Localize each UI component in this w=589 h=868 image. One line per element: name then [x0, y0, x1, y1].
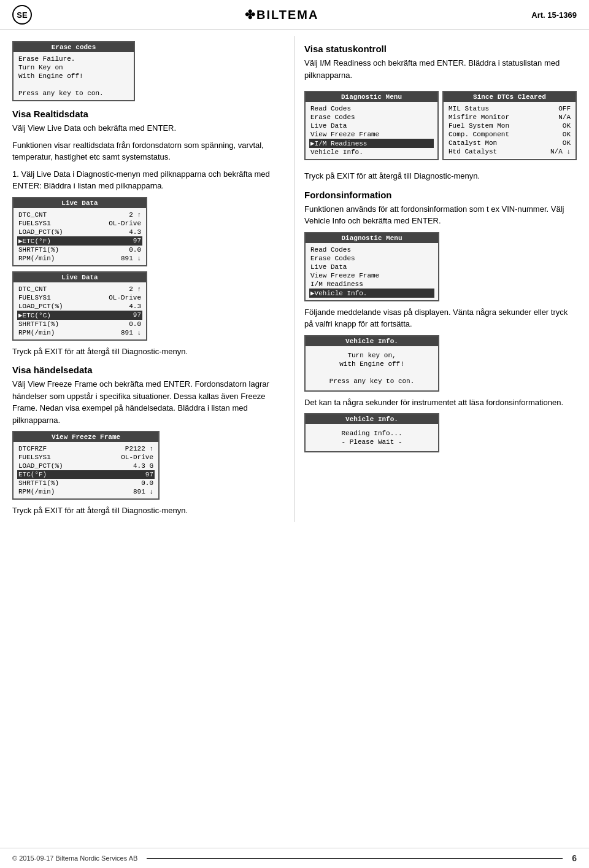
footer-divider — [147, 858, 563, 859]
erase-line-4 — [17, 80, 130, 89]
live-row-2-4: ▶ETC(°C)97 — [17, 311, 142, 320]
vi-line-3 — [309, 368, 434, 377]
fordonsinformation-text1: Funktionen används för att fordonsinform… — [304, 203, 577, 227]
ff-row-4: ETC(°F)97 — [17, 470, 155, 479]
realtidsdata-text2: Funktionen visar realtidsdata från fordo… — [12, 139, 285, 163]
realtidsdata-text1: Välj View Live Data och bekräfta med ENT… — [12, 122, 285, 134]
page-header: SE ✤BILTEMA Art. 15-1369 — [0, 0, 589, 30]
live-row-2-3: LOAD_PCT(%)4.3 — [17, 302, 142, 311]
handelsedata-heading: Visa händelsedata — [12, 365, 285, 375]
vi-line-1: Turn key on, — [309, 351, 434, 360]
live-row-1-3: LOAD_PCT(%)4.3 — [17, 228, 142, 236]
ff-row-3: LOAD_PCT(%)4.3 G — [17, 462, 155, 470]
diag-menu-title2: Diagnostic Menu — [306, 233, 438, 243]
brand-logo: ✤BILTEMA — [245, 7, 318, 22]
dtcs-row-4: Catalyst MonOK — [447, 139, 572, 147]
following-text: Följande meddelande visas på displayen. … — [304, 306, 577, 330]
vehicle-info-title1: Vehicle Info. — [306, 336, 438, 346]
realtidsdata-heading: Visa Realtidsdata — [12, 109, 285, 119]
live-row-2-2: FUELSYS1OL-Drive — [17, 293, 142, 302]
erase-line-2: Turn Key on — [17, 63, 130, 72]
ff-row-5: SHRTFT1(%)0.0 — [17, 479, 155, 487]
handelsedata-text1: Välj View Freeze Frame och bekräfta med … — [12, 378, 285, 426]
erase-codes-title: Erase codes — [13, 42, 134, 52]
logo-text: ✤BILTEMA — [245, 7, 318, 22]
vehicle-info-box1: Vehicle Info. Turn key on, with Engine o… — [304, 335, 439, 392]
live-row-1-4: ▶ETC(°F)97 — [17, 236, 142, 246]
vehicle-info-body2: Reading Info... - Please Wait - — [306, 424, 438, 451]
diag-menu-body2: Read Codes Erase Codes Live Data View Fr… — [306, 243, 438, 300]
erase-line-5: Press any key to con. — [17, 89, 130, 98]
dtcs-row-3: Comp. ComponentOK — [447, 130, 572, 139]
vehicle-info-body1: Turn key on, with Engine off! Press any … — [306, 346, 438, 390]
diag-item-3: View Freeze Frame — [309, 130, 434, 139]
det-kan-text: Det kan ta några sekunder för instrument… — [304, 397, 577, 409]
vi2-line-1: Reading Info... — [309, 429, 434, 438]
diag-menu-body: Read Codes Erase Codes Live Data View Fr… — [306, 102, 437, 159]
erase-line-3: With Engine off! — [17, 72, 130, 80]
statuskontroll-text1: Välj I/M Readiness och bekräfta med ENTE… — [304, 57, 577, 81]
live-row-1-5: SHRTFT1(%)0.0 — [17, 246, 142, 254]
freeze-frame-title: View Freeze Frame — [13, 432, 158, 442]
diag-item-1: Erase Codes — [309, 113, 434, 122]
vi-line-2: with Engine off! — [309, 360, 434, 368]
exit-text2: Tryck på EXIT för att återgå till Diagno… — [12, 505, 285, 517]
live-data-box2: Live Data DTC_CNT2 ↑ FUELSYS1OL-Drive LO… — [12, 271, 147, 341]
diag-menu-box: Diagnostic Menu Read Codes Erase Codes L… — [304, 91, 439, 160]
left-column: Erase codes Erase Failure. Turn Key on W… — [12, 36, 294, 522]
dtcs-row-0: MIL StatusOFF — [447, 104, 572, 113]
footer-page-number: 6 — [572, 853, 577, 863]
ff-row-2: FUELSYS1OL-Drive — [17, 453, 155, 462]
diag-item-5: Vehicle Info. — [309, 148, 434, 157]
diag-item-0: Read Codes — [309, 104, 434, 113]
exit-text1: Tryck på EXIT för att återgå till Diagno… — [12, 346, 285, 358]
vi2-line-2: - Please Wait - — [309, 438, 434, 446]
dtcs-row-1: Misfire MonitorN/A — [447, 113, 572, 122]
right-column: Visa statuskontroll Välj I/M Readiness o… — [294, 36, 577, 522]
se-badge: SE — [12, 5, 32, 25]
right-exit-text1: Tryck på EXIT för att återgå till Diagno… — [304, 170, 577, 182]
since-dtcs-box: Since DTCs Cleared MIL StatusOFF Misfire… — [442, 91, 577, 160]
erase-codes-screen: Erase codes Erase Failure. Turn Key on W… — [12, 41, 135, 101]
diag2-item-1: Erase Codes — [309, 254, 434, 263]
live-row-1-2: FUELSYS1OL-Drive — [17, 219, 142, 228]
live-data-body2: DTC_CNT2 ↑ FUELSYS1OL-Drive LOAD_PCT(%)4… — [13, 282, 146, 339]
diag-item-2: Live Data — [309, 122, 434, 130]
live-row-1-6: RPM(/min)891 ↓ — [17, 254, 142, 263]
freeze-frame-box: View Freeze Frame DTCFRZFP2122 ↑ FUELSYS… — [12, 431, 160, 500]
since-dtcs-title: Since DTCs Cleared — [444, 92, 576, 102]
live-data-body1: DTC_CNT2 ↑ FUELSYS1OL-Drive LOAD_PCT(%)4… — [13, 208, 146, 265]
vehicle-info-title2: Vehicle Info. — [306, 414, 438, 424]
dtcs-row-2: Fuel System MonOK — [447, 122, 572, 130]
erase-line-1: Erase Failure. — [17, 55, 130, 63]
live-row-1-1: DTC_CNT2 ↑ — [17, 211, 142, 219]
diag2-item-0: Read Codes — [309, 246, 434, 254]
diag2-item-3: View Freeze Frame — [309, 271, 434, 280]
dtcs-row-5: Htd CatalystN/A ↓ — [447, 147, 572, 156]
vehicle-info-box2: Vehicle Info. Reading Info... - Please W… — [304, 413, 439, 452]
diag2-item-5: ▶Vehicle Info. — [309, 289, 434, 298]
diag-menu-box2: Diagnostic Menu Read Codes Erase Codes L… — [304, 232, 439, 301]
realtidsdata-text3: 1. Välj Live Data i Diagnostic-menyn med… — [12, 168, 285, 192]
se-label: SE — [17, 10, 27, 20]
live-data-box1: Live Data DTC_CNT2 ↑ FUELSYS1OL-Drive LO… — [12, 197, 147, 266]
live-row-2-5: SHRTFT1(%)0.0 — [17, 320, 142, 328]
footer-copyright: © 2015-09-17 Biltema Nordic Services AB — [12, 854, 137, 862]
main-content: Erase codes Erase Failure. Turn Key on W… — [0, 30, 589, 528]
live-row-2-6: RPM(/min)891 ↓ — [17, 328, 142, 337]
freeze-frame-body: DTCFRZFP2122 ↑ FUELSYS1OL-Drive LOAD_PCT… — [13, 442, 158, 498]
diag2-item-2: Live Data — [309, 263, 434, 271]
fordonsinformation-heading: Fordonsinformation — [304, 190, 577, 200]
since-dtcs-body: MIL StatusOFF Misfire MonitorN/A Fuel Sy… — [444, 102, 576, 158]
erase-codes-body: Erase Failure. Turn Key on With Engine o… — [13, 52, 134, 100]
live-data-title1: Live Data — [13, 198, 146, 208]
statuskontroll-heading: Visa statuskontroll — [304, 44, 577, 54]
ff-row-6: RPM(/min)891 ↓ — [17, 487, 155, 496]
ff-row-1: DTCFRZFP2122 ↑ — [17, 444, 155, 453]
live-row-2-1: DTC_CNT2 ↑ — [17, 285, 142, 293]
status-screens-row: Diagnostic Menu Read Codes Erase Codes L… — [304, 86, 577, 165]
diag2-item-4: I/M Readiness — [309, 280, 434, 289]
live-data-title2: Live Data — [13, 273, 146, 282]
article-number: Art. 15-1369 — [531, 10, 577, 20]
diag-menu-title: Diagnostic Menu — [306, 92, 437, 102]
